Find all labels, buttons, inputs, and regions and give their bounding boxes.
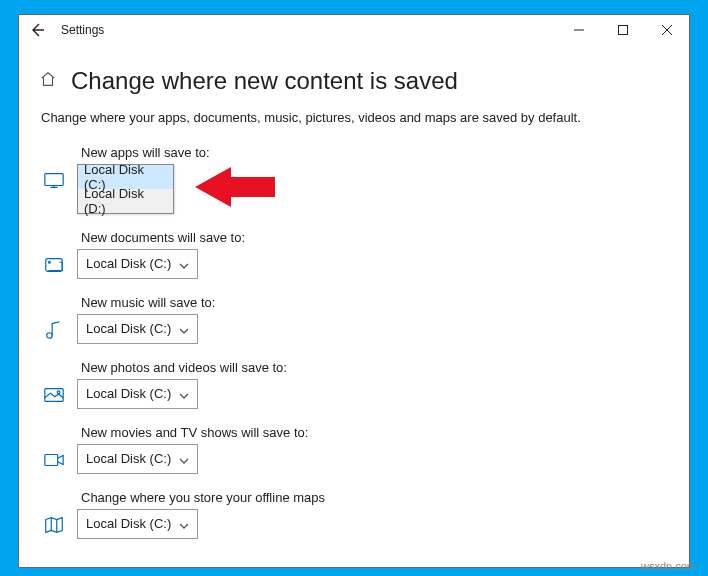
group-documents-label: New documents will save to: <box>81 230 667 245</box>
group-photos-label: New photos and videos will save to: <box>81 360 667 375</box>
page-description: Change where your apps, documents, music… <box>41 109 667 127</box>
maps-dropdown[interactable]: Local Disk (C:) <box>77 509 198 539</box>
group-apps: New apps will save to: Local Disk (C:) L… <box>41 145 667 214</box>
group-maps-label: Change where you store your offline maps <box>81 490 667 505</box>
movies-dropdown[interactable]: Local Disk (C:) <box>77 444 198 474</box>
movies-icon <box>41 444 67 471</box>
documents-dropdown[interactable]: Local Disk (C:) <box>77 249 198 279</box>
maps-dropdown-value: Local Disk (C:) <box>86 516 171 531</box>
movies-dropdown-value: Local Disk (C:) <box>86 451 171 466</box>
group-music-label: New music will save to: <box>81 295 667 310</box>
apps-option-d[interactable]: Local Disk (D:) <box>78 189 173 213</box>
apps-dropdown-open: Local Disk (C:) Local Disk (D:) <box>77 164 174 214</box>
svg-point-4 <box>47 332 53 338</box>
arrow-left-icon <box>30 22 46 38</box>
settings-window: Settings Change where new content is sav… <box>18 14 690 568</box>
music-icon <box>41 314 67 341</box>
page-header: Change where new content is saved <box>19 45 689 109</box>
minimize-button[interactable] <box>557 15 601 45</box>
home-icon[interactable] <box>39 70 57 92</box>
chevron-down-icon <box>179 389 189 399</box>
group-maps: Change where you store your offline maps… <box>41 490 667 539</box>
apps-icon <box>41 164 67 191</box>
chevron-down-icon <box>179 324 189 334</box>
group-photos: New photos and videos will save to: Loca… <box>41 360 667 409</box>
chevron-down-icon <box>179 454 189 464</box>
window-controls <box>557 15 689 45</box>
photos-icon <box>41 379 67 406</box>
svg-point-6 <box>57 390 60 393</box>
svg-rect-1 <box>45 173 63 185</box>
titlebar-left: Settings <box>25 17 104 43</box>
titlebar: Settings <box>19 15 689 45</box>
content: Change where your apps, documents, music… <box>19 109 689 539</box>
music-dropdown[interactable]: Local Disk (C:) <box>77 314 198 344</box>
chevron-down-icon <box>179 519 189 529</box>
svg-point-3 <box>49 261 51 263</box>
photos-dropdown[interactable]: Local Disk (C:) <box>77 379 198 409</box>
documents-dropdown-value: Local Disk (C:) <box>86 256 171 271</box>
group-movies-label: New movies and TV shows will save to: <box>81 425 667 440</box>
close-button[interactable] <box>645 15 689 45</box>
group-movies: New movies and TV shows will save to: Lo… <box>41 425 667 474</box>
maximize-button[interactable] <box>601 15 645 45</box>
music-dropdown-value: Local Disk (C:) <box>86 321 171 336</box>
svg-rect-0 <box>619 26 628 35</box>
page-title: Change where new content is saved <box>71 67 458 95</box>
maps-icon <box>41 509 67 536</box>
annotation-arrow <box>195 167 275 207</box>
watermark: wsxdn.com <box>641 560 696 572</box>
group-documents: New documents will save to: Local Disk (… <box>41 230 667 279</box>
svg-rect-2 <box>46 258 63 271</box>
group-music: New music will save to: Local Disk (C:) <box>41 295 667 344</box>
apps-dropdown-menu: Local Disk (C:) Local Disk (D:) <box>77 164 174 214</box>
group-apps-label: New apps will save to: <box>81 145 667 160</box>
back-button[interactable] <box>25 17 51 43</box>
documents-icon <box>41 249 67 276</box>
app-title: Settings <box>61 23 104 37</box>
svg-rect-7 <box>45 454 58 465</box>
photos-dropdown-value: Local Disk (C:) <box>86 386 171 401</box>
chevron-down-icon <box>179 259 189 269</box>
